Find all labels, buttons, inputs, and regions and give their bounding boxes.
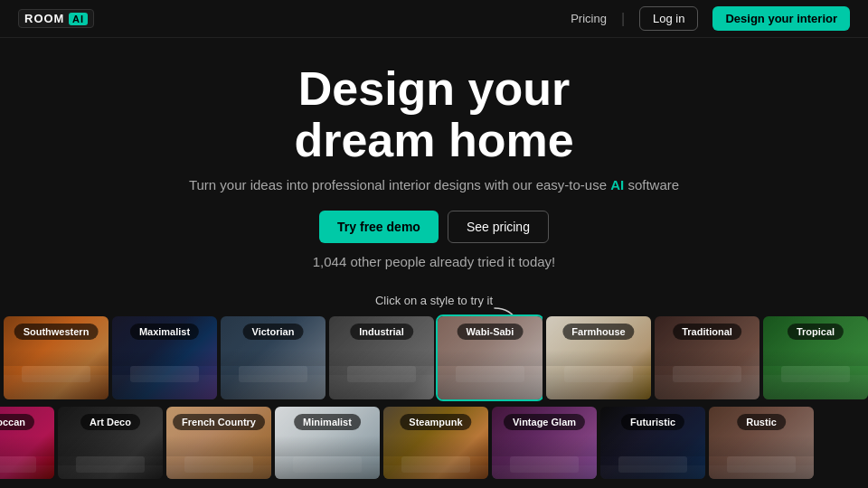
style-label-victorian: Victorian (243, 324, 304, 340)
style-label-moroccan: Moroccan (0, 414, 34, 430)
hero-section: Design your dream home Turn your ideas i… (0, 38, 868, 286)
pricing-link[interactable]: Pricing (571, 12, 607, 25)
style-card-southwestern[interactable]: Southwestern (0, 313, 108, 403)
style-label-art-deco: Art Deco (80, 414, 140, 430)
logo[interactable]: ROOM AI (18, 9, 94, 28)
style-label-wabi-sabi: Wabi-Sabi (458, 324, 524, 340)
style-card-futuristic[interactable]: Futuristic (597, 403, 705, 483)
logo-text: ROOM AI (18, 9, 94, 28)
style-card-tropical[interactable]: Tropical (760, 313, 868, 403)
style-label-minimalist: Minimalist (294, 414, 361, 430)
style-card-french-country[interactable]: French Country (163, 403, 271, 483)
style-label-steampunk: Steampunk (400, 414, 471, 430)
hero-buttons: Try free demo See pricing (18, 211, 850, 243)
style-card-steampunk[interactable]: Steampunk (380, 403, 488, 483)
style-card-rustic[interactable]: Rustic (705, 403, 814, 483)
style-label-vintage-glam: Vintage Glam (504, 414, 585, 430)
login-button[interactable]: Log in (639, 6, 698, 31)
design-button[interactable]: Design your interior (712, 6, 850, 31)
style-card-farmhouse[interactable]: Farmhouse (542, 313, 651, 403)
style-label-industrial: Industrial (350, 324, 413, 340)
style-label-southwestern: Southwestern (14, 324, 99, 340)
styles-container: SouthwesternMaximalistVictorianIndustria… (0, 313, 868, 483)
style-card-art-deco[interactable]: Art Deco (54, 403, 163, 483)
style-card-vintage-glam[interactable]: Vintage Glam (488, 403, 597, 483)
style-label-tropical: Tropical (788, 324, 844, 340)
nav-links: Pricing | Log in Design your interior (571, 6, 850, 31)
style-card-maximalist[interactable]: Maximalist (108, 313, 217, 403)
style-card-minimalist[interactable]: Minimalist (271, 403, 380, 483)
style-label-rustic: Rustic (737, 414, 786, 430)
style-row-2: MoroccanArt DecoFrench CountryMinimalist… (0, 403, 814, 483)
see-pricing-button[interactable]: See pricing (448, 211, 549, 243)
ai-highlight: AI (610, 177, 624, 192)
style-label-maximalist: Maximalist (130, 324, 199, 340)
style-label-traditional: Traditional (673, 324, 741, 340)
hero-title: Design your dream home (18, 63, 850, 166)
style-card-traditional[interactable]: Traditional (651, 313, 760, 403)
social-proof: 1,044 other people already tried it toda… (18, 252, 850, 273)
try-demo-button[interactable]: Try free demo (319, 211, 439, 243)
click-hint: Click on a style to try it (0, 294, 868, 307)
style-label-french-country: French Country (173, 414, 265, 430)
style-card-victorian[interactable]: Victorian (217, 313, 326, 403)
hero-subtitle: Turn your ideas into professional interi… (18, 175, 850, 196)
style-card-wabi-sabi[interactable]: Wabi-Sabi (434, 313, 542, 403)
style-card-moroccan[interactable]: Moroccan (0, 403, 54, 483)
style-label-futuristic: Futuristic (621, 414, 684, 430)
style-card-industrial[interactable]: Industrial (326, 313, 434, 403)
navbar: ROOM AI Pricing | Log in Design your int… (0, 0, 868, 38)
logo-ai-badge: AI (69, 13, 88, 25)
style-row-1: SouthwesternMaximalistVictorianIndustria… (0, 313, 868, 403)
style-label-farmhouse: Farmhouse (562, 324, 634, 340)
